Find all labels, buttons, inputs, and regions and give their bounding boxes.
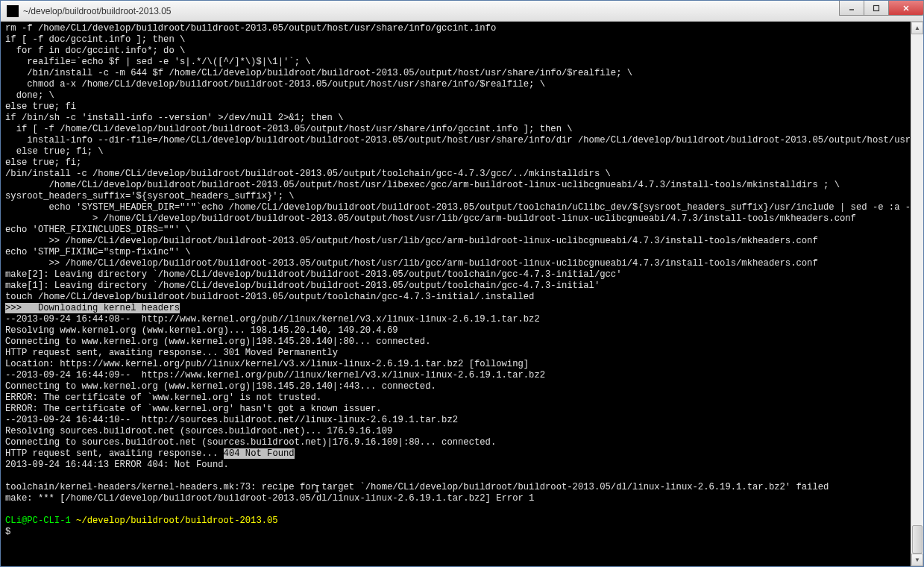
prompt-char: $ <box>5 527 10 537</box>
scroll-thumb[interactable] <box>912 525 923 554</box>
scroll-down-button[interactable]: ▼ <box>911 554 923 566</box>
terminal-area: rm -f /home/CLi/develop/buildroot/buildr… <box>1 22 923 566</box>
output-block-3: 2013-09-24 16:44:13 ERROR 404: Not Found… <box>5 460 829 504</box>
output-block-2: --2013-09-24 16:44:08-- http://www.kerne… <box>5 314 545 448</box>
output-line-http: HTTP request sent, awaiting response... <box>5 448 224 459</box>
scroll-up-button[interactable]: ▲ <box>911 22 923 34</box>
vertical-scrollbar[interactable]: ▲ ▼ <box>911 22 923 566</box>
output-block-1: rm -f /home/CLi/develop/buildroot/buildr… <box>5 23 911 302</box>
window-title: ~/develop/buildroot/buildroot-2013.05 <box>23 6 839 16</box>
highlight-downloading: >>> Downloading kernel headers <box>5 303 180 313</box>
prompt-user: CLi@PC-CLI-1 <box>5 516 76 526</box>
svg-rect-1 <box>874 5 879 10</box>
terminal-window: ~/develop/buildroot/buildroot-2013.05 rm… <box>0 0 924 567</box>
prompt-path: ~/develop/buildroot/buildroot-2013.05 <box>76 516 278 526</box>
terminal-output[interactable]: rm -f /home/CLi/develop/buildroot/buildr… <box>1 22 911 566</box>
close-button[interactable] <box>888 1 924 16</box>
minimize-button[interactable] <box>839 1 864 16</box>
highlight-404: 404 Not Found <box>224 448 295 459</box>
scroll-track[interactable] <box>911 34 923 554</box>
app-icon <box>7 5 19 17</box>
window-controls <box>839 1 923 21</box>
maximize-button[interactable] <box>864 1 889 16</box>
titlebar[interactable]: ~/develop/buildroot/buildroot-2013.05 <box>1 1 923 22</box>
